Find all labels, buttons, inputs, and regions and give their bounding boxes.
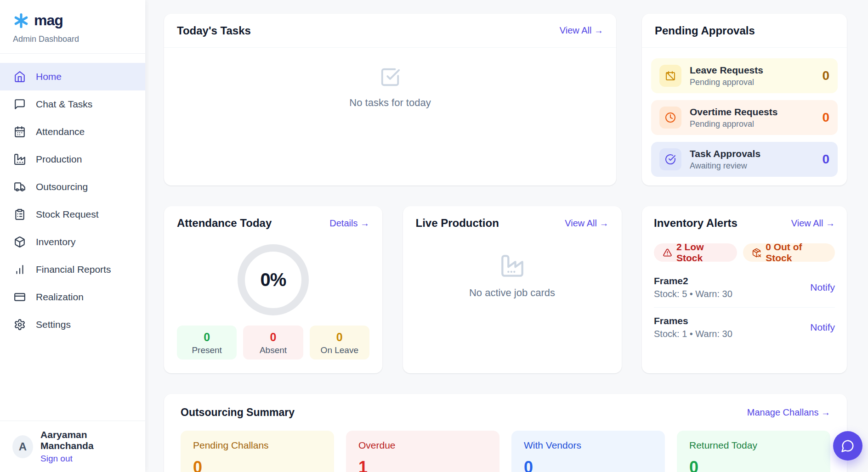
- production-view-all-link[interactable]: View All →: [565, 218, 608, 229]
- returned-today-stat: Returned Today 0: [677, 431, 830, 472]
- sidebar-item-production[interactable]: Production: [0, 146, 145, 173]
- task-approvals-row[interactable]: Task Approvals Awaiting review 0: [651, 142, 838, 177]
- pending-challans-stat: Pending Challans 0: [181, 431, 334, 472]
- tasks-empty-text: No tasks for today: [164, 97, 616, 109]
- home-icon: [14, 71, 26, 83]
- sidebar-item-settings[interactable]: Settings: [0, 311, 145, 338]
- gear-icon: [14, 319, 26, 331]
- live-production-card: Live Production View All → No active job…: [403, 206, 622, 373]
- inventory-card-title: Inventory Alerts: [654, 217, 738, 230]
- main-content: Today's Tasks View All → No tasks for to…: [145, 0, 868, 472]
- truck-icon: [14, 181, 26, 193]
- bar-chart-icon: [14, 264, 26, 275]
- inventory-view-all-link[interactable]: View All →: [791, 218, 835, 229]
- credit-card-icon: [14, 291, 26, 303]
- production-empty-state: No active job cards: [403, 240, 622, 299]
- sidebar-item-stock-request[interactable]: Stock Request: [0, 201, 145, 228]
- message-circle-icon: [841, 439, 855, 453]
- chat-fab-button[interactable]: [833, 431, 862, 461]
- sidebar-item-label: Chat & Tasks: [36, 99, 92, 110]
- attendance-percent: 0%: [261, 270, 286, 290]
- tasks-empty-state: No tasks for today: [164, 48, 616, 109]
- attendance-donut-chart: 0%: [238, 244, 309, 315]
- present-stat: 0 Present: [177, 326, 237, 360]
- sidebar-subtitle: Admin Dashboard: [0, 31, 145, 54]
- out-of-stock-badge: 0 Out of Stock: [743, 243, 835, 262]
- sidebar-item-label: Realization: [36, 292, 84, 303]
- tasks-view-all-link[interactable]: View All →: [560, 25, 603, 36]
- inventory-alerts-card: Inventory Alerts View All → 2 Low Stock: [642, 206, 847, 373]
- sidebar-item-label: Home: [36, 71, 62, 82]
- sidebar: mag Admin Dashboard Home Chat & Tasks A: [0, 0, 145, 472]
- task-approvals-count: 0: [822, 152, 829, 167]
- package-icon: [14, 236, 26, 248]
- with-vendors-stat: With Vendors 0: [511, 431, 665, 472]
- production-empty-text: No active job cards: [403, 287, 622, 299]
- mag-logo-icon: [13, 12, 29, 29]
- on-leave-stat: 0 On Leave: [310, 326, 369, 360]
- pending-approvals-card: Pending Approvals Leave Requests Pending…: [642, 14, 847, 185]
- sidebar-item-chat-tasks[interactable]: Chat & Tasks: [0, 90, 145, 118]
- approvals-card-title: Pending Approvals: [655, 24, 755, 37]
- notify-button[interactable]: Notify: [810, 282, 835, 293]
- user-box: A Aaryaman Manchanda Sign out: [0, 421, 145, 472]
- sidebar-item-home[interactable]: Home: [0, 63, 145, 90]
- sidebar-item-inventory[interactable]: Inventory: [0, 228, 145, 256]
- clock-icon: [659, 107, 681, 129]
- avatar: A: [12, 435, 33, 458]
- calendar-off-icon: [659, 65, 681, 87]
- alert-triangle-icon: [663, 248, 672, 258]
- factory-icon: [500, 271, 524, 279]
- sidebar-item-realization[interactable]: Realization: [0, 283, 145, 311]
- overtime-requests-count: 0: [822, 110, 829, 125]
- attendance-today-card: Attendance Today Details → 0% 0 Present …: [164, 206, 382, 373]
- leave-requests-row[interactable]: Leave Requests Pending approval 0: [651, 58, 838, 93]
- calendar-icon: [14, 126, 26, 138]
- sidebar-item-outsourcing[interactable]: Outsourcing: [0, 173, 145, 201]
- sidebar-item-label: Attendance: [36, 126, 85, 137]
- brand: mag: [0, 0, 145, 31]
- attendance-details-link[interactable]: Details →: [329, 218, 369, 229]
- sidebar-item-attendance[interactable]: Attendance: [0, 118, 145, 146]
- user-name: Aaryaman Manchanda: [40, 429, 133, 451]
- outsourcing-summary-card: Outsourcing Summary Manage Challans → Pe…: [164, 394, 847, 472]
- sign-out-link[interactable]: Sign out: [40, 454, 73, 464]
- production-card-title: Live Production: [416, 217, 499, 230]
- overtime-requests-row[interactable]: Overtime Requests Pending approval 0: [651, 100, 838, 135]
- manage-challans-link[interactable]: Manage Challans →: [747, 407, 830, 418]
- absent-stat: 0 Absent: [243, 326, 303, 360]
- sidebar-item-label: Stock Request: [36, 209, 99, 220]
- sidebar-item-label: Inventory: [36, 236, 75, 247]
- notify-button[interactable]: Notify: [810, 322, 835, 333]
- low-stock-badge: 2 Low Stock: [654, 243, 737, 262]
- app-root: mag Admin Dashboard Home Chat & Tasks A: [0, 0, 868, 472]
- todays-tasks-card: Today's Tasks View All → No tasks for to…: [164, 14, 616, 185]
- outsourcing-card-title: Outsourcing Summary: [181, 406, 295, 419]
- leave-requests-count: 0: [822, 68, 829, 83]
- sidebar-item-label: Production: [36, 154, 82, 165]
- sidebar-item-label: Financial Reports: [36, 264, 111, 275]
- attendance-card-title: Attendance Today: [177, 217, 272, 230]
- clipboard-icon: [14, 208, 26, 220]
- check-square-icon: [380, 81, 401, 89]
- inventory-item-row: Frame2 Stock: 5 • Warn: 30 Notify: [654, 268, 835, 307]
- factory-icon: [14, 153, 26, 165]
- overdue-stat: Overdue 1: [346, 431, 499, 472]
- sidebar-item-label: Settings: [36, 319, 71, 330]
- package-x-icon: [752, 248, 761, 258]
- tasks-card-title: Today's Tasks: [177, 24, 251, 37]
- circle-check-icon: [659, 148, 681, 170]
- logo-text: mag: [34, 12, 63, 29]
- sidebar-item-financial-reports[interactable]: Financial Reports: [0, 256, 145, 283]
- chat-icon: [14, 98, 26, 110]
- sidebar-item-label: Outsourcing: [36, 181, 88, 192]
- sidebar-nav: Home Chat & Tasks Attendance Production: [0, 54, 145, 421]
- inventory-item-row: Frames Stock: 1 • Warn: 30 Notify: [654, 307, 835, 347]
